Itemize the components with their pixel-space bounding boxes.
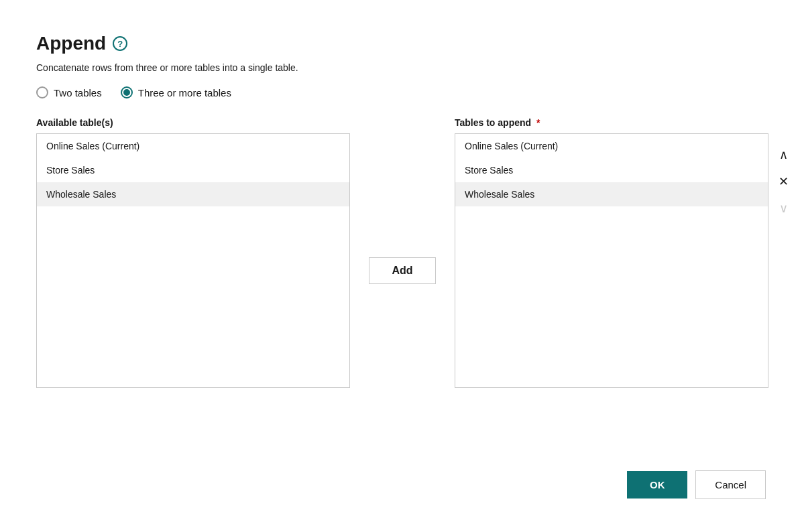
right-section: Tables to append * Online Sales (Current… (455, 117, 793, 388)
add-button-area: Add (350, 117, 455, 399)
list-item[interactable]: Wholesale Sales (37, 182, 349, 206)
dialog-title: Append (36, 33, 106, 54)
list-item[interactable]: Online Sales (Current) (455, 134, 768, 158)
radio-two-tables-input[interactable] (36, 86, 48, 98)
title-row: Append ? (36, 33, 766, 54)
radio-group: Two tables Three or more tables (36, 86, 766, 98)
list-item[interactable]: Online Sales (Current) (37, 134, 349, 158)
radio-three-or-more-tables-label: Three or more tables (138, 87, 231, 98)
add-button[interactable]: Add (369, 257, 436, 284)
radio-three-or-more-tables-input[interactable] (121, 86, 133, 98)
footer: OK Cancel (36, 457, 766, 499)
remove-button[interactable]: ✕ (774, 172, 793, 191)
radio-two-tables[interactable]: Two tables (36, 86, 102, 98)
available-tables-section: Available table(s) Online Sales (Current… (36, 117, 350, 388)
cancel-button[interactable]: Cancel (695, 470, 766, 499)
list-item[interactable]: Wholesale Sales (455, 182, 768, 206)
tables-to-append-section: Tables to append * Online Sales (Current… (455, 117, 768, 388)
move-up-button[interactable]: ∧ (774, 145, 793, 164)
append-controls: ∧ ✕ ∨ (774, 117, 793, 218)
ok-button[interactable]: OK (627, 471, 687, 498)
content-area: Available table(s) Online Sales (Current… (36, 117, 766, 457)
list-item[interactable]: Store Sales (37, 158, 349, 182)
radio-two-tables-label: Two tables (54, 87, 102, 98)
list-item[interactable]: Store Sales (455, 158, 768, 182)
move-down-button[interactable]: ∨ (774, 199, 793, 218)
radio-three-or-more-tables[interactable]: Three or more tables (121, 86, 231, 98)
available-tables-label: Available table(s) (36, 117, 350, 128)
dialog-subtitle: Concatenate rows from three or more tabl… (36, 62, 766, 73)
tables-to-append-list[interactable]: Online Sales (Current) Store Sales Whole… (455, 133, 768, 388)
append-dialog: Append ? Concatenate rows from three or … (12, 11, 790, 521)
required-indicator: * (534, 117, 540, 128)
help-icon[interactable]: ? (113, 36, 127, 51)
tables-to-append-label: Tables to append * (455, 117, 768, 128)
available-tables-list[interactable]: Online Sales (Current) Store Sales Whole… (36, 133, 350, 388)
